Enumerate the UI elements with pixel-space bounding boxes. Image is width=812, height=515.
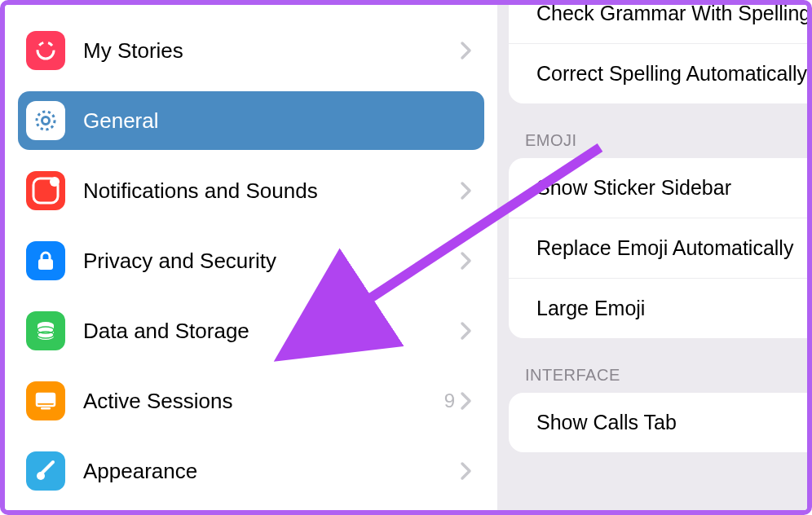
stories-icon [26,31,65,70]
sidebar-item-label: Active Sessions [83,389,444,414]
svg-point-4 [50,177,60,187]
database-icon [26,311,65,350]
svg-rect-5 [38,259,53,270]
sidebar-item-active-sessions[interactable]: Active Sessions 9 [18,372,484,430]
interface-group: Show Calls Tab [509,393,807,452]
bell-icon [26,171,65,210]
sidebar-item-privacy[interactable]: Privacy and Security [18,231,484,290]
row-correct-spelling[interactable]: Correct Spelling Automatically [509,44,807,103]
chevron-right-icon [460,391,473,411]
sidebar-item-data-storage[interactable]: Data and Storage [18,302,484,360]
gear-icon [26,101,65,140]
sidebar-item-label: Appearance [83,459,460,484]
row-check-grammar[interactable]: Check Grammar With Spelling [509,5,807,44]
chevron-right-icon [460,321,473,341]
section-header-emoji: EMOJI [497,103,807,158]
row-show-calls-tab[interactable]: Show Calls Tab [509,393,807,452]
sidebar-item-general[interactable]: General [18,91,484,150]
sidebar-item-appearance[interactable]: Appearance [18,442,484,500]
svg-rect-10 [37,394,55,403]
sidebar-item-label: Data and Storage [83,319,460,344]
sidebar-item-notifications[interactable]: Notifications and Sounds [18,161,484,220]
sessions-count-badge: 9 [444,390,455,412]
spelling-group: Check Grammar With Spelling Correct Spel… [509,5,807,103]
settings-window: My Stories General Notifications an [0,0,812,515]
row-show-sticker-sidebar[interactable]: Show Sticker Sidebar [509,158,807,218]
lock-icon [26,241,65,280]
sidebar-item-label: Notifications and Sounds [83,178,460,204]
settings-sidebar: My Stories General Notifications an [5,5,497,510]
row-large-emoji[interactable]: Large Emoji [509,279,807,338]
chevron-right-icon [460,251,473,271]
sidebar-item-label: Privacy and Security [83,249,460,274]
chevron-right-icon [460,181,473,200]
sidebar-item-label: General [83,108,473,134]
svg-point-2 [42,117,50,125]
sidebar-item-my-stories[interactable]: My Stories [18,21,484,80]
brush-icon [26,451,65,491]
detail-pane: Check Grammar With Spelling Correct Spel… [497,5,807,510]
emoji-group: Show Sticker Sidebar Replace Emoji Autom… [509,158,807,338]
monitor-icon [26,381,65,420]
chevron-right-icon [460,461,473,481]
row-replace-emoji-auto[interactable]: Replace Emoji Automatically [509,218,807,279]
svg-point-1 [37,112,55,130]
svg-rect-11 [41,407,51,410]
section-header-interface: INTERFACE [497,338,807,393]
chevron-right-icon [460,41,473,60]
svg-point-0 [38,42,54,59]
sidebar-item-label: My Stories [83,38,460,64]
